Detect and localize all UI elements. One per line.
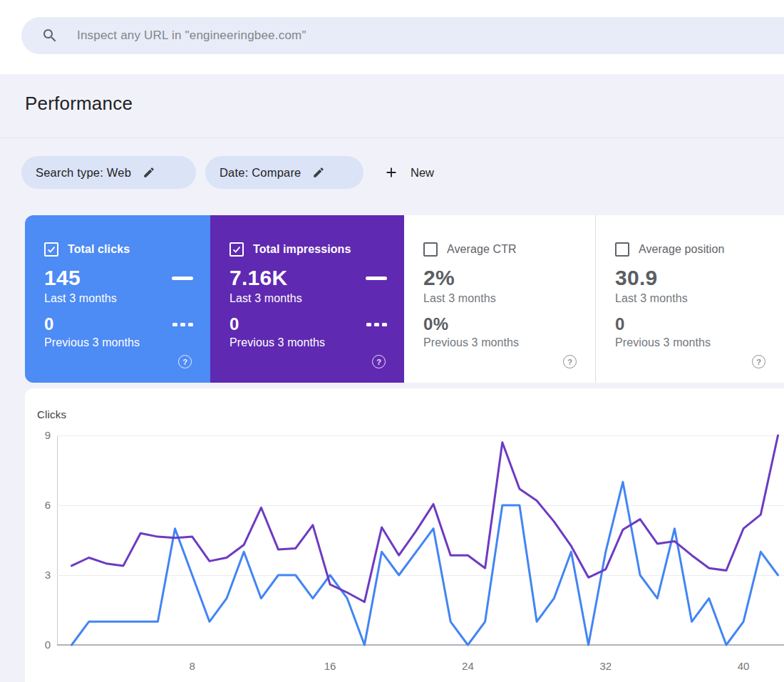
secondary-value: 0% (423, 314, 448, 334)
chart-axis-title: Clicks (37, 408, 66, 420)
x-tick-label: 24 (462, 660, 474, 672)
secondary-period: Previous 3 months (229, 336, 387, 349)
page-title: Performance (25, 93, 133, 115)
new-filter-button[interactable]: New (383, 156, 434, 189)
chip-date-compare-label: Date: Compare (220, 166, 301, 180)
checkbox-unchecked-icon[interactable] (423, 242, 438, 257)
primary-period: Last 3 months (44, 292, 193, 305)
secondary-period: Previous 3 months (615, 336, 767, 349)
x-tick-label: 40 (738, 660, 750, 672)
solid-line-marker (366, 277, 387, 280)
chip-search-type[interactable]: Search type: Web (21, 156, 196, 189)
url-inspect-searchbox[interactable]: Inspect any URL in "engineeringbee.com" (21, 17, 784, 54)
filter-bar: Search type: Web Date: Compare New (0, 138, 784, 215)
search-console-performance-page: Inspect any URL in "engineeringbee.com" … (0, 0, 784, 682)
total-clicks-line (72, 482, 778, 645)
y-tick-label: 3 (25, 568, 51, 582)
edit-pencil-icon (143, 166, 155, 179)
secondary-value: 0 (44, 314, 54, 334)
plus-icon (383, 165, 399, 180)
clicks-chart-card: Clicks 816243240 0369 (25, 388, 784, 682)
primary-period: Last 3 months (423, 292, 578, 305)
secondary-value: 0 (229, 314, 239, 334)
help-icon[interactable]: ? (563, 355, 577, 368)
title-section: Performance (0, 74, 784, 138)
y-tick-label: 0 (25, 638, 51, 652)
primary-value: 145 (44, 266, 81, 290)
card-total-impressions[interactable]: Total impressions 7.16K Last 3 months 0 … (210, 215, 404, 383)
card-label: Average position (639, 243, 725, 256)
secondary-value: 0 (615, 314, 625, 334)
top-bar: Inspect any URL in "engineeringbee.com" (0, 0, 784, 74)
checkbox-unchecked-icon[interactable] (615, 242, 629, 257)
primary-value: 7.16K (229, 266, 288, 290)
checkbox-checked-icon[interactable] (229, 242, 244, 257)
metric-cards-row: Total clicks 145 Last 3 months 0 Previou… (25, 215, 784, 383)
y-tick-label: 6 (25, 498, 51, 512)
card-label: Total clicks (68, 243, 130, 256)
solid-line-marker (172, 277, 193, 280)
y-tick-label: 9 (25, 428, 51, 443)
card-average-ctr[interactable]: Average CTR 2% Last 3 months 0% Previous… (404, 215, 595, 383)
chip-search-type-label: Search type: Web (36, 166, 131, 180)
x-tick-label: 8 (190, 660, 195, 672)
card-label: Total impressions (253, 243, 351, 256)
dashed-line-marker (170, 323, 193, 326)
card-average-position[interactable]: Average position 30.9 Last 3 months 0 Pr… (595, 215, 784, 383)
help-icon[interactable]: ? (178, 355, 192, 368)
card-total-clicks[interactable]: Total clicks 145 Last 3 months 0 Previou… (25, 215, 210, 383)
help-icon[interactable]: ? (372, 355, 386, 368)
primary-value: 30.9 (615, 266, 658, 290)
secondary-period: Previous 3 months (44, 336, 193, 349)
x-tick-label: 32 (599, 660, 612, 672)
secondary-period: Previous 3 months (423, 336, 578, 349)
checkbox-checked-icon[interactable] (44, 242, 58, 257)
dashed-line-marker (363, 323, 387, 326)
primary-value: 2% (423, 266, 455, 290)
primary-period: Last 3 months (615, 292, 767, 305)
chip-date-compare[interactable]: Date: Compare (205, 156, 363, 189)
help-icon[interactable]: ? (752, 355, 765, 368)
new-filter-label: New (411, 166, 434, 180)
edit-pencil-icon (312, 166, 325, 179)
search-icon (41, 27, 58, 44)
search-placeholder: Inspect any URL in "engineeringbee.com" (77, 29, 306, 43)
clicks-chart-svg[interactable] (57, 428, 784, 651)
primary-period: Last 3 months (229, 292, 387, 305)
total-impressions-line (72, 435, 778, 602)
card-label: Average CTR (447, 243, 517, 256)
x-tick-label: 16 (324, 660, 336, 672)
